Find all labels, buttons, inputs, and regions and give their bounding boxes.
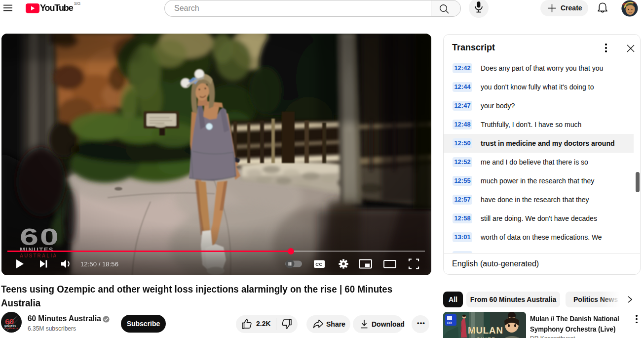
svg-text:MINUTES: MINUTES: [4, 325, 16, 328]
svg-text:AUSTRALIA: AUSTRALIA: [5, 328, 18, 330]
svg-text:DR: DR: [447, 321, 452, 325]
svg-text:60: 60: [5, 317, 14, 326]
svg-text:CC: CC: [315, 261, 323, 267]
svg-text:MULAN: MULAN: [468, 325, 503, 336]
svg-text:12:50 / 18:56: 12:50 / 18:56: [80, 260, 118, 268]
